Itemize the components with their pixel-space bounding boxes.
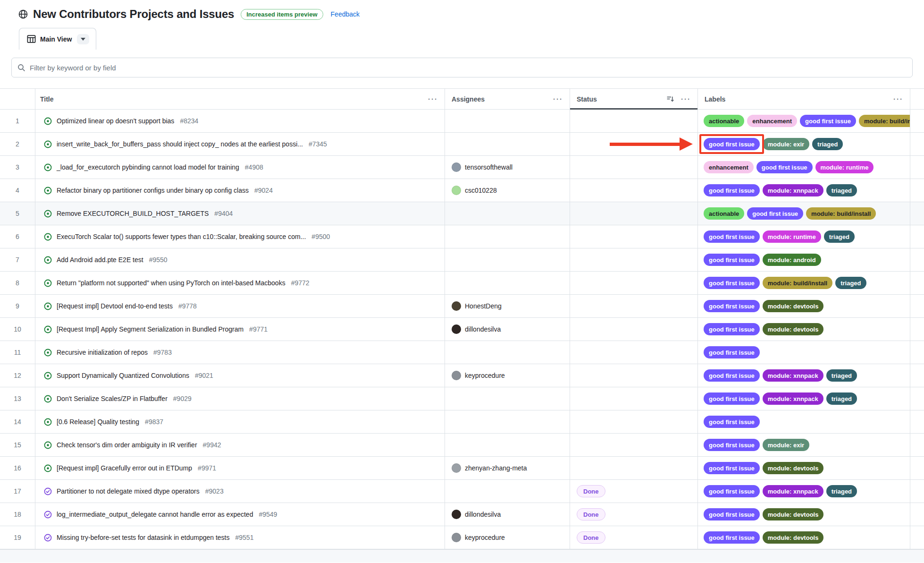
table-row[interactable]: 6 ExecuTorch Scalar to() supports fewer … <box>0 225 924 248</box>
status-cell[interactable]: Done <box>570 503 698 526</box>
assignees-cell[interactable]: tensorsofthewall <box>445 156 570 179</box>
assignees-cell[interactable]: dillondesilva <box>445 318 570 341</box>
status-cell[interactable] <box>570 318 698 341</box>
title-cell[interactable]: [Request impl] Gracefully error out in E… <box>35 457 445 479</box>
labels-cell[interactable]: good first issuemodule: xnnpacktriaged <box>698 364 910 387</box>
assignees-cell[interactable]: keyprocedure <box>445 526 570 549</box>
label-pill[interactable]: good first issue <box>704 323 760 335</box>
label-pill[interactable]: enhancement <box>704 161 754 173</box>
column-header-labels[interactable]: Labels ··· <box>698 89 910 109</box>
assignees-cell[interactable] <box>445 202 570 225</box>
status-cell[interactable] <box>570 295 698 317</box>
status-cell[interactable] <box>570 272 698 294</box>
issue-title[interactable]: ExecuTorch Scalar to() supports fewer ty… <box>57 233 306 240</box>
assignees-cell[interactable] <box>445 434 570 456</box>
assignees-cell[interactable] <box>445 410 570 433</box>
assignees-cell[interactable] <box>445 225 570 248</box>
table-row[interactable]: 15 Check tensor's dim order ambiguity in… <box>0 434 924 457</box>
status-cell[interactable] <box>570 341 698 364</box>
table-row[interactable]: 12 Support Dynamically Quantized Convolu… <box>0 364 924 387</box>
column-header-assignees[interactable]: Assignees ··· <box>445 89 570 109</box>
title-cell[interactable]: Don't Serialize Scales/ZP in Flatbuffer … <box>35 387 445 410</box>
issue-title[interactable]: Add Android add.pte E2E test <box>57 256 143 264</box>
issue-title[interactable]: [0.6 Release] Quality testing <box>57 418 139 426</box>
labels-cell[interactable]: good first issuemodule: android <box>698 248 910 271</box>
labels-cell[interactable]: actionablegood first issuemodule: build/… <box>698 202 910 225</box>
status-badge[interactable]: Done <box>577 485 605 497</box>
label-pill[interactable]: good first issue <box>704 416 760 428</box>
label-pill[interactable]: module: android <box>763 254 821 266</box>
label-pill[interactable]: good first issue <box>704 138 760 150</box>
labels-cell[interactable]: actionableenhancementgood first issuemod… <box>698 110 910 132</box>
label-pill[interactable]: good first issue <box>756 161 813 173</box>
label-pill[interactable]: good first issue <box>704 485 760 497</box>
labels-cell[interactable]: good first issuemodule: devtools <box>698 526 910 549</box>
table-row[interactable]: 4 Refactor binary op partitioner configs… <box>0 179 924 202</box>
labels-cell[interactable]: good first issuemodule: devtools <box>698 295 910 317</box>
table-row[interactable]: 3 _load_for_executorch pybinding cannot … <box>0 156 924 179</box>
assignees-cell[interactable] <box>445 341 570 364</box>
label-pill[interactable]: good first issue <box>747 207 803 220</box>
assignees-cell[interactable] <box>445 133 570 155</box>
tab-main-view[interactable]: Main View <box>19 28 96 50</box>
labels-cell[interactable]: good first issuemodule: runtimetriaged <box>698 225 910 248</box>
label-pill[interactable]: module: devtools <box>763 323 824 335</box>
status-cell[interactable] <box>570 434 698 456</box>
table-row[interactable]: 5 Remove EXECUTORCH_BUILD_HOST_TARGETS #… <box>0 202 924 225</box>
issue-title[interactable]: Optimized linear op doesn't support bias <box>57 117 174 125</box>
label-pill[interactable]: good first issue <box>704 184 760 196</box>
labels-cell[interactable]: good first issuemodule: xnnpacktriaged <box>698 387 910 410</box>
label-pill[interactable]: actionable <box>704 115 744 127</box>
status-cell[interactable] <box>570 387 698 410</box>
table-row[interactable]: 7 Add Android add.pte E2E test #9550 goo… <box>0 248 924 272</box>
label-pill[interactable]: module: runtime <box>763 230 821 243</box>
label-pill[interactable]: good first issue <box>704 300 760 312</box>
label-pill[interactable]: module: exir <box>763 138 809 150</box>
labels-cell[interactable]: good first issuemodule: devtools <box>698 503 910 526</box>
label-pill[interactable]: good first issue <box>704 392 760 405</box>
title-cell[interactable]: Refactor binary op partitioner configs u… <box>35 179 445 202</box>
table-row[interactable]: 18 log_intermediate_output_delegate cann… <box>0 503 924 526</box>
table-row[interactable]: 19 Missing try-before-set tests for data… <box>0 526 924 549</box>
title-cell[interactable]: _load_for_executorch pybinding cannot lo… <box>35 156 445 179</box>
label-pill[interactable]: triaged <box>826 392 857 405</box>
labels-cell[interactable]: good first issue <box>698 410 910 433</box>
title-cell[interactable]: [Request impl] Devtool end-to-end tests … <box>35 295 445 317</box>
issue-title[interactable]: Check tensor's dim order ambiguity in IR… <box>57 441 197 449</box>
assignees-cell[interactable] <box>445 248 570 271</box>
label-pill[interactable]: triaged <box>826 485 857 497</box>
status-cell[interactable] <box>570 179 698 202</box>
sort-descending-icon[interactable] <box>666 95 674 103</box>
issue-title[interactable]: Remove EXECUTORCH_BUILD_HOST_TARGETS <box>57 210 209 217</box>
assignees-cell[interactable] <box>445 110 570 132</box>
title-cell[interactable]: [0.6 Release] Quality testing #9837 <box>35 410 445 433</box>
column-menu-icon[interactable]: ··· <box>893 95 903 103</box>
status-cell[interactable] <box>570 364 698 387</box>
assignees-cell[interactable]: zhenyan-zhang-meta <box>445 457 570 479</box>
label-pill[interactable]: good first issue <box>704 531 760 544</box>
title-cell[interactable]: Partitioner to not delegate mixed dtype … <box>35 480 445 503</box>
label-pill[interactable]: triaged <box>835 277 866 289</box>
table-row[interactable]: 13 Don't Serialize Scales/ZP in Flatbuff… <box>0 387 924 410</box>
label-pill[interactable]: good first issue <box>800 115 856 127</box>
table-row[interactable]: 2 insert_write_back_for_buffers_pass sho… <box>0 133 924 156</box>
status-badge[interactable]: Done <box>577 531 605 544</box>
status-cell[interactable] <box>570 225 698 248</box>
issue-title[interactable]: Recursive initialization of repos <box>57 349 148 356</box>
label-pill[interactable]: good first issue <box>704 462 760 474</box>
title-cell[interactable]: Check tensor's dim order ambiguity in IR… <box>35 434 445 456</box>
label-pill[interactable]: module: devtools <box>763 300 824 312</box>
title-cell[interactable]: Missing try-before-set tests for datasin… <box>35 526 445 549</box>
issue-title[interactable]: Support Dynamically Quantized Convolutio… <box>57 372 189 379</box>
title-cell[interactable]: ExecuTorch Scalar to() supports fewer ty… <box>35 225 445 248</box>
label-pill[interactable]: module: exir <box>763 439 809 451</box>
assignees-cell[interactable]: HonestDeng <box>445 295 570 317</box>
table-row[interactable]: 17 Partitioner to not delegate mixed dty… <box>0 480 924 503</box>
table-row[interactable]: 1 Optimized linear op doesn't support bi… <box>0 110 924 133</box>
table-row[interactable]: 16 [Request impl] Gracefully error out i… <box>0 457 924 480</box>
label-pill[interactable]: triaged <box>826 184 857 196</box>
labels-cell[interactable]: good first issuemodule: exirtriaged <box>698 133 910 155</box>
label-pill[interactable]: module: xnnpack <box>763 369 823 382</box>
table-row[interactable]: 9 [Request impl] Devtool end-to-end test… <box>0 295 924 318</box>
label-pill[interactable]: enhancement <box>747 115 797 127</box>
